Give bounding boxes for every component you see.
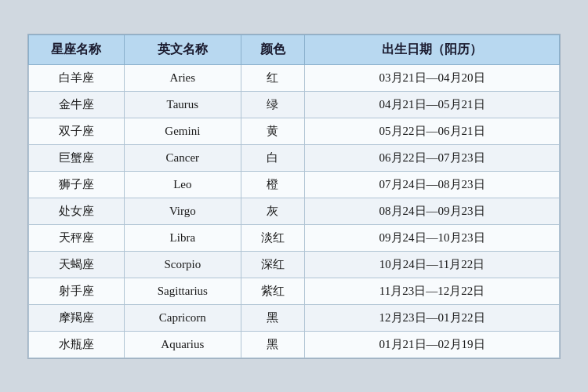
cell-chinese-name: 金牛座 <box>29 91 125 118</box>
cell-english-name: Virgo <box>124 198 241 224</box>
cell-color: 橙 <box>241 171 304 198</box>
cell-chinese-name: 水瓶座 <box>29 331 125 358</box>
cell-english-name: Taurus <box>124 91 241 118</box>
header-english-name: 英文名称 <box>124 34 241 64</box>
table-row: 射手座Sagittarius紫红11月23日—12月22日 <box>29 278 560 304</box>
cell-dates: 08月24日—09月23日 <box>305 198 560 224</box>
cell-chinese-name: 狮子座 <box>29 171 125 198</box>
cell-english-name: Capricorn <box>124 304 241 331</box>
cell-chinese-name: 射手座 <box>29 278 125 304</box>
cell-chinese-name: 处女座 <box>29 198 125 224</box>
cell-dates: 03月21日—04月20日 <box>305 64 560 91</box>
cell-color: 灰 <box>241 198 304 224</box>
table-row: 天蝎座Scorpio深红10月24日—11月22日 <box>29 251 560 278</box>
cell-color: 淡红 <box>241 224 304 251</box>
cell-dates: 01月21日—02月19日 <box>305 331 560 358</box>
cell-english-name: Cancer <box>124 144 241 171</box>
table-row: 水瓶座Aquarius黑01月21日—02月19日 <box>29 331 560 358</box>
cell-color: 红 <box>241 64 304 91</box>
cell-color: 黄 <box>241 118 304 144</box>
cell-english-name: Leo <box>124 171 241 198</box>
cell-dates: 10月24日—11月22日 <box>305 251 560 278</box>
cell-dates: 09月24日—10月23日 <box>305 224 560 251</box>
table-row: 天秤座Libra淡红09月24日—10月23日 <box>29 224 560 251</box>
cell-dates: 05月22日—06月21日 <box>305 118 560 144</box>
cell-chinese-name: 巨蟹座 <box>29 144 125 171</box>
cell-chinese-name: 双子座 <box>29 118 125 144</box>
cell-english-name: Libra <box>124 224 241 251</box>
cell-dates: 06月22日—07月23日 <box>305 144 560 171</box>
cell-dates: 11月23日—12月22日 <box>305 278 560 304</box>
cell-color: 黑 <box>241 304 304 331</box>
cell-color: 黑 <box>241 331 304 358</box>
cell-color: 紫红 <box>241 278 304 304</box>
cell-dates: 12月23日—01月22日 <box>305 304 560 331</box>
cell-color: 白 <box>241 144 304 171</box>
cell-chinese-name: 摩羯座 <box>29 304 125 331</box>
table-row: 处女座Virgo灰08月24日—09月23日 <box>29 198 560 224</box>
cell-chinese-name: 白羊座 <box>29 64 125 91</box>
zodiac-table: 星座名称 英文名称 颜色 出生日期（阳历） 白羊座Aries红03月21日—04… <box>28 34 560 358</box>
header-chinese-name: 星座名称 <box>29 34 125 64</box>
table-row: 白羊座Aries红03月21日—04月20日 <box>29 64 560 91</box>
cell-english-name: Aries <box>124 64 241 91</box>
header-color: 颜色 <box>241 34 304 64</box>
cell-dates: 07月24日—08月23日 <box>305 171 560 198</box>
cell-color: 绿 <box>241 91 304 118</box>
cell-chinese-name: 天蝎座 <box>29 251 125 278</box>
zodiac-table-container: 星座名称 英文名称 颜色 出生日期（阳历） 白羊座Aries红03月21日—04… <box>27 34 561 359</box>
table-row: 狮子座Leo橙07月24日—08月23日 <box>29 171 560 198</box>
cell-english-name: Gemini <box>124 118 241 144</box>
cell-english-name: Scorpio <box>124 251 241 278</box>
cell-english-name: Aquarius <box>124 331 241 358</box>
table-row: 双子座Gemini黄05月22日—06月21日 <box>29 118 560 144</box>
cell-chinese-name: 天秤座 <box>29 224 125 251</box>
cell-color: 深红 <box>241 251 304 278</box>
header-dates: 出生日期（阳历） <box>305 34 560 64</box>
table-row: 巨蟹座Cancer白06月22日—07月23日 <box>29 144 560 171</box>
table-row: 金牛座Taurus绿04月21日—05月21日 <box>29 91 560 118</box>
table-body: 白羊座Aries红03月21日—04月20日金牛座Taurus绿04月21日—0… <box>29 64 560 358</box>
table-row: 摩羯座Capricorn黑12月23日—01月22日 <box>29 304 560 331</box>
cell-english-name: Sagittarius <box>124 278 241 304</box>
table-header-row: 星座名称 英文名称 颜色 出生日期（阳历） <box>29 34 560 64</box>
cell-dates: 04月21日—05月21日 <box>305 91 560 118</box>
